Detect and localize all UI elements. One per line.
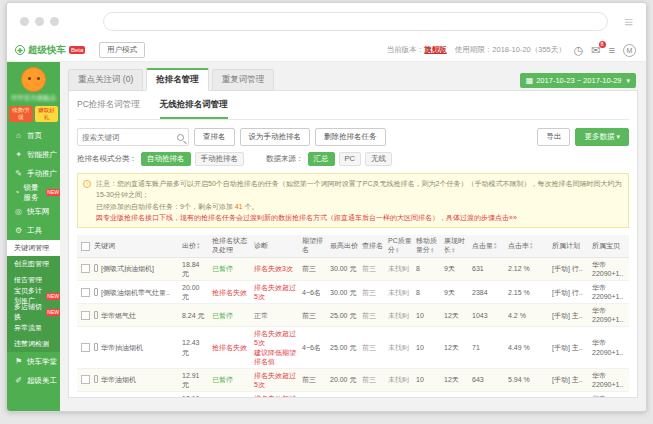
check-rank-result[interactable]: 前三 — [360, 304, 386, 327]
search-input[interactable] — [82, 133, 177, 142]
more-data-button[interactable]: 更多数据 — [575, 128, 629, 146]
sidebar-menu-item[interactable]: ✦ 智能推广 — [7, 145, 60, 164]
keyword-search-box[interactable] — [77, 128, 189, 146]
history-clock-icon[interactable]: ◷ — [574, 45, 584, 56]
version-value[interactable]: 旗舰版 — [424, 45, 447, 54]
check-rank-result[interactable]: 前三 — [360, 257, 386, 280]
item-name[interactable]: 华帝22090+1.. — [590, 304, 629, 327]
plan-name[interactable]: [手动] 主.. — [550, 304, 590, 327]
source-filter-option[interactable]: PC — [339, 152, 361, 166]
row-checkbox[interactable] — [81, 264, 90, 273]
keyword-text[interactable]: 华帝抽油烟机 — [101, 344, 143, 351]
plan-name[interactable]: [手动] 主.. — [550, 368, 590, 391]
sidebar-menu-item[interactable]: ⌂ 首页 — [7, 126, 60, 145]
brand-logo[interactable]: ✚ 超级快车 Beta — [7, 44, 95, 57]
col-pc-quality[interactable]: PC质量分▴▾ — [386, 235, 414, 257]
user-avatar[interactable]: M — [623, 44, 636, 57]
sidebar-menu-item[interactable]: ✐ 超级美工 — [7, 371, 60, 390]
window-controls[interactable] — [20, 17, 59, 26]
col-bid[interactable]: 出价▴▾ — [180, 235, 210, 257]
sidebar-submenu-item[interactable]: 违禁词检测 — [7, 336, 60, 352]
row-checkbox[interactable] — [81, 375, 90, 384]
bid-value: 8.24 — [182, 312, 196, 319]
search-icon[interactable] — [177, 134, 184, 141]
sidebar-submenu-item[interactable]: 关键词管理 — [7, 240, 60, 256]
profile-avatar[interactable] — [21, 67, 46, 92]
check-rank-result[interactable]: 前三 — [360, 281, 386, 304]
keyword-text[interactable]: 华帝燃气灶 — [101, 312, 136, 319]
check-rank-result[interactable]: 前三 — [360, 368, 386, 391]
sort-icon[interactable]: ▴▾ — [494, 242, 497, 249]
user-mode-button[interactable]: 用户模式 — [99, 42, 145, 58]
sidebar-submenu-item[interactable]: 创意图管理 — [7, 256, 60, 272]
address-bar[interactable] — [103, 12, 608, 31]
tab[interactable]: 重复词管理 — [212, 69, 275, 91]
browser-menu-icon[interactable]: ≡ — [624, 14, 633, 29]
source-filter-option[interactable]: 汇总 — [308, 152, 335, 166]
sidebar-menu-item[interactable]: ⚙ 工具 — [7, 221, 60, 240]
sidebar-submenu-item[interactable]: 异常流量 — [7, 320, 60, 336]
toolbar-button[interactable]: 删除抢排名任务 — [315, 128, 386, 146]
window-control-dot[interactable] — [35, 17, 44, 26]
check-rank-result[interactable]: 前三 — [360, 327, 386, 368]
source-filter-option[interactable]: 无线 — [365, 152, 392, 166]
sort-icon[interactable]: ▴▾ — [197, 242, 200, 249]
keyword-text[interactable]: [侧吸油烟机带气灶量.. — [101, 289, 170, 296]
sort-icon[interactable]: ▴▾ — [396, 247, 399, 254]
sidebar-menu-item[interactable]: ⚑ 快车学堂 — [7, 352, 60, 371]
check-rank-result[interactable]: - — [360, 391, 386, 398]
tab[interactable]: 抢排名管理 — [146, 68, 209, 91]
export-button[interactable]: 导出 — [537, 128, 570, 146]
item-name[interactable]: 华帝22090+1.. — [590, 327, 629, 368]
col-clicks[interactable]: 点击量▴▾ — [470, 235, 506, 257]
item-name[interactable]: 华帝22090+1.. — [590, 281, 629, 304]
sort-icon[interactable]: ▴▾ — [431, 247, 434, 254]
sidebar-menu-item[interactable]: ✎ 手动推广 — [7, 164, 60, 183]
profile-username: 华帝官方旗舰店 — [9, 94, 58, 103]
row-checkbox[interactable] — [81, 287, 90, 296]
plan-name[interactable]: [手动] 行.. — [550, 281, 590, 304]
col-mobile-quality[interactable]: 移动质量分▴▾ — [414, 235, 442, 257]
select-all-checkbox[interactable] — [81, 241, 90, 250]
toolbar-button[interactable]: 设为手动抢排名 — [240, 128, 311, 146]
sidebar-menu-item[interactable]: ◔ 锁量服务 NEW — [7, 183, 60, 202]
item-name[interactable]: 华帝22090+1.. — [590, 391, 629, 398]
plan-name[interactable]: [手动] 行.. — [550, 257, 590, 280]
sidebar-menu-item[interactable]: ◎ 快车网 — [7, 202, 60, 221]
item-name[interactable]: 华帝22090+1.. — [590, 368, 629, 391]
keyword-text[interactable]: 华帝油烟机 — [101, 376, 136, 383]
tab[interactable]: 重点关注词 (0) — [68, 69, 143, 91]
col-ctr[interactable]: 点击率▴▾ — [506, 235, 550, 257]
status-badge[interactable]: 抢排名失效 — [212, 344, 247, 351]
col-duration[interactable]: 展现时长▴▾ — [442, 235, 470, 257]
status-badge[interactable]: 已暂停 — [212, 376, 233, 383]
row-checkbox[interactable] — [81, 311, 90, 320]
plan-name[interactable]: [手动] 主.. — [550, 391, 590, 398]
sort-icon[interactable]: ▴▾ — [530, 242, 533, 249]
item-name[interactable]: 华帝22090+1.. — [590, 257, 629, 280]
status-badge[interactable]: 已暂停 — [212, 312, 233, 319]
mail-icon[interactable]: ✉8 — [591, 45, 600, 56]
plan-name[interactable]: [手动] 主.. — [550, 327, 590, 368]
row-checkbox[interactable] — [81, 343, 90, 352]
notice-line-3[interactable]: 因专业版抢排名接口下线，现有的抢排名任务会过渡到新的数据抢排名方式（跟直通车后台… — [96, 212, 622, 223]
status-badge[interactable]: 已暂停 — [212, 265, 233, 272]
keyword-text[interactable]: [侧吸式抽油烟机] — [101, 265, 154, 272]
diagnosis-text: 正常 — [254, 312, 268, 319]
app-menu-icon[interactable]: ≡ — [609, 45, 615, 56]
clicks-value: 71 — [470, 327, 506, 368]
toolbar-button[interactable]: 查排名 — [194, 128, 235, 146]
window-control-dot[interactable] — [50, 17, 59, 26]
renew-upgrade-tag[interactable]: 续费/升级 — [9, 106, 33, 122]
mode-filter-option[interactable]: 自动抢排名 — [141, 152, 191, 166]
status-badge[interactable]: 抢排名失效 — [212, 289, 247, 296]
subtab[interactable]: PC抢排名词管理 — [77, 99, 140, 119]
sidebar-submenu-item[interactable]: 多店铺切换 NEW — [7, 304, 60, 320]
gift-tag[interactable]: 赚取好礼 — [35, 106, 58, 122]
date-range-picker[interactable]: ▦ 2017-10-23 ~ 2017-10-29 — [520, 73, 636, 88]
sort-icon[interactable]: ▴▾ — [452, 247, 455, 254]
diagnosis-advice: 建议降低期望排名值 — [254, 348, 298, 366]
subtab[interactable]: 无线抢排名词管理 — [160, 99, 228, 119]
mode-filter-option[interactable]: 手动抢排名 — [195, 152, 245, 166]
window-control-dot[interactable] — [20, 17, 29, 26]
